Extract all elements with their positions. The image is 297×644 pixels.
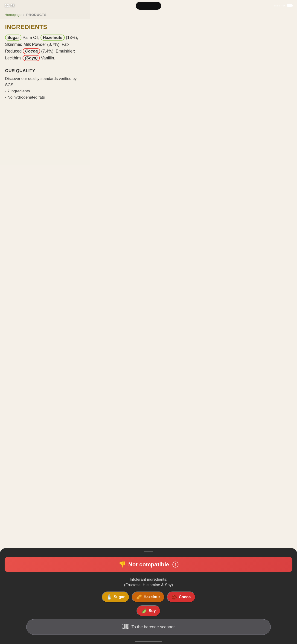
cocoa-tag: Cocoa [23,48,40,54]
quality-description: Discover our quality standards verified … [5,76,85,101]
ingredients-text: Sugar Palm Oil, Hazelnuts (13%), Skimmed… [5,34,85,62]
ingredients-title: INGREDIENTS [5,24,85,31]
status-time: 12:48 [4,4,14,8]
quality-section: OUR QUALITY Discover our quality standar… [5,68,85,101]
ingredient-text-1: Palm Oil, [22,35,40,40]
quality-title: OUR QUALITY [5,68,85,73]
soya-tag: (Soya) [22,55,40,61]
breadcrumb-separator: › [23,13,24,16]
hazelnuts-tag: Hazelnuts [40,34,65,40]
ingredient-text-4: Vanillin. [41,56,55,60]
breadcrumb-current: PRODUCTS [26,13,46,16]
sugar-tag: Sugar [5,34,22,40]
main-content: INGREDIENTS Sugar Palm Oil, Hazelnuts (1… [0,19,90,165]
status-bar: 12:48 [0,0,90,12]
breadcrumb-home[interactable]: Homepage [4,13,22,16]
